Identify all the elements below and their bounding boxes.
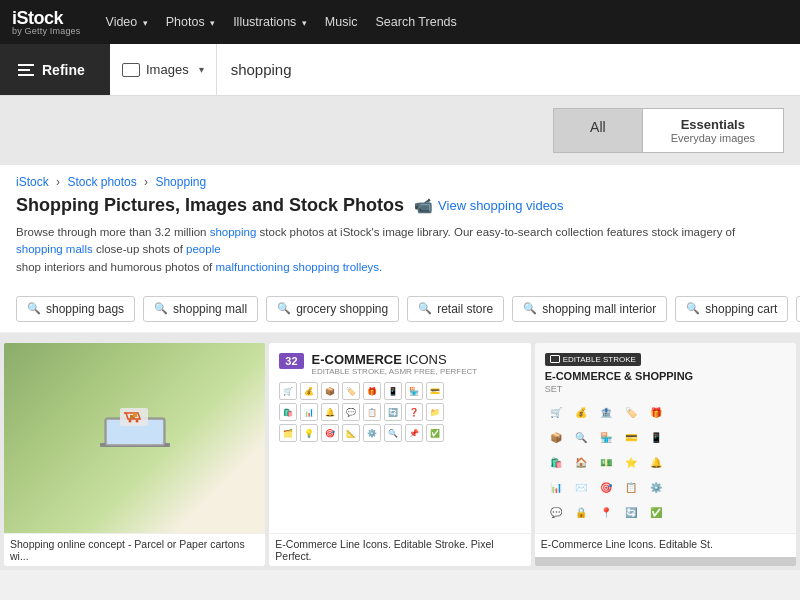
icon-cell: 💡 xyxy=(300,424,318,442)
icon-cell: 📊 xyxy=(300,403,318,421)
grid-item-ecom1[interactable]: 32 E-COMMERCE ICONS EDITABLE STROKE, ASM… xyxy=(269,343,530,566)
icon-cell: 🏠 xyxy=(570,452,592,474)
nav-illustrations[interactable]: Illustrations ▾ xyxy=(226,11,314,33)
filter-tabs: All Essentials Everyday images xyxy=(0,96,800,165)
cart-image xyxy=(4,343,265,533)
icon-cell: 🔄 xyxy=(620,502,642,524)
icon-cell: 🏦 xyxy=(595,402,617,424)
tag-shopping-bags[interactable]: 🔍 shopping bags xyxy=(16,296,135,322)
icon-cell: 🛍️ xyxy=(545,452,567,474)
logo-text: iStock xyxy=(12,9,81,27)
link-trolleys[interactable]: malfunctioning shopping trolleys. xyxy=(215,261,382,273)
search-tags: 🔍 shopping bags 🔍 shopping mall 🔍 grocer… xyxy=(0,290,800,333)
grid-item-cart[interactable]: Shopping online concept - Parcel or Pape… xyxy=(4,343,265,566)
tag-shopping-cart[interactable]: 🔍 shopping cart xyxy=(675,296,788,322)
editable-badge: EDITABLE STROKE xyxy=(545,353,641,366)
tag-label: grocery shopping xyxy=(296,302,388,316)
tag-grocery-shopping[interactable]: 🔍 grocery shopping xyxy=(266,296,399,322)
description-text: Browse through more than 3.2 million sho… xyxy=(16,224,784,284)
search-icon: 🔍 xyxy=(686,302,700,315)
top-navigation: iStock by Getty Images Video ▾ Photos ▾ … xyxy=(0,0,800,44)
video-camera-icon: 📹 xyxy=(414,197,433,215)
ecom2-icons-grid: 🛒 💰 🏦 🏷️ 🎁 📦 🔍 🏪 💳 📱 🛍️ 🏠 💵 ⭐ 🔔 📊 ✉️ 🎯 � xyxy=(545,402,667,524)
icon-cell: 📱 xyxy=(384,382,402,400)
search-icon: 🔍 xyxy=(418,302,432,315)
grid-item-caption: Shopping online concept - Parcel or Pape… xyxy=(4,533,265,566)
nav-search-trends[interactable]: Search Trends xyxy=(369,11,464,33)
tab-all[interactable]: All xyxy=(553,108,643,153)
tag-shopping-mall[interactable]: 🔍 shopping mall xyxy=(143,296,258,322)
view-videos-label: View shopping videos xyxy=(438,198,564,213)
tag-label: shopping mall interior xyxy=(542,302,656,316)
ecom2-image: EDITABLE STROKE E-COMMERCE & SHOPPING SE… xyxy=(535,343,796,533)
icon-cell: 🔔 xyxy=(645,452,667,474)
ecom-title: E-COMMERCE ICONS xyxy=(312,353,478,367)
icon-cell: 💳 xyxy=(426,382,444,400)
tab-essentials[interactable]: Essentials Everyday images xyxy=(643,108,784,153)
view-videos-link[interactable]: 📹 View shopping videos xyxy=(414,197,564,215)
grid-item-caption: E-Commerce Line Icons. Editable St. xyxy=(535,533,796,557)
refine-button[interactable]: Refine xyxy=(0,44,110,95)
tag-shopping-mall-interior[interactable]: 🔍 shopping mall interior xyxy=(512,296,667,322)
page-title: Shopping Pictures, Images and Stock Phot… xyxy=(16,195,404,216)
icon-cell: 📁 xyxy=(426,403,444,421)
search-type-label: Images xyxy=(146,62,189,77)
svg-rect-8 xyxy=(133,413,137,417)
grid-item-caption: E-Commerce Line Icons. Editable Stroke. … xyxy=(269,533,530,566)
breadcrumb-stock-photos[interactable]: Stock photos xyxy=(67,175,136,189)
ecom-icons-grid: 🛒 💰 📦 🏷️ 🎁 📱 🏪 💳 🛍️ 📊 🔔 💬 📋 🔄 ❓ 📁 🗂️ 💡 xyxy=(279,382,444,442)
icon-cell: 🛍️ xyxy=(279,403,297,421)
essentials-sub: Everyday images xyxy=(671,132,755,144)
icon-cell: 💰 xyxy=(300,382,318,400)
link-shopping-malls[interactable]: shopping malls xyxy=(16,243,93,255)
grid-item-ecom2[interactable]: EDITABLE STROKE E-COMMERCE & SHOPPING SE… xyxy=(535,343,796,566)
nav-music[interactable]: Music xyxy=(318,11,365,33)
icon-cell: ✅ xyxy=(645,502,667,524)
icon-cell: 💳 xyxy=(620,427,642,449)
icon-cell: 🔒 xyxy=(570,502,592,524)
icon-cell: 📊 xyxy=(545,477,567,499)
tag-label: retail store xyxy=(437,302,493,316)
image-grid: Shopping online concept - Parcel or Pape… xyxy=(0,333,800,570)
logo[interactable]: iStock by Getty Images xyxy=(12,9,81,36)
tag-more[interactable]: 🔍 sho... xyxy=(796,296,800,322)
icon-cell: 💬 xyxy=(342,403,360,421)
search-icon: 🔍 xyxy=(277,302,291,315)
nav-video[interactable]: Video ▾ xyxy=(99,11,155,33)
search-type-select[interactable]: Images ▾ xyxy=(110,44,217,95)
cart-svg xyxy=(90,403,180,473)
link-people[interactable]: people xyxy=(186,243,221,255)
icon-cell: ❓ xyxy=(405,403,423,421)
icon-cell: 🛒 xyxy=(279,382,297,400)
link-shopping[interactable]: shopping xyxy=(210,226,257,238)
icon-cell: 🏪 xyxy=(595,427,617,449)
tag-retail-store[interactable]: 🔍 retail store xyxy=(407,296,504,322)
nav-links: Video ▾ Photos ▾ Illustrations ▾ Music S… xyxy=(99,11,464,33)
icon-cell: 📦 xyxy=(321,382,339,400)
icon-cell: 📌 xyxy=(405,424,423,442)
dropdown-chevron: ▾ xyxy=(199,64,204,75)
tag-label: shopping cart xyxy=(705,302,777,316)
breadcrumb-shopping[interactable]: Shopping xyxy=(155,175,206,189)
icon-cell: ⭐ xyxy=(620,452,642,474)
search-icon: 🔍 xyxy=(27,302,41,315)
search-icon: 🔍 xyxy=(523,302,537,315)
svg-point-5 xyxy=(128,419,131,422)
breadcrumb-istock[interactable]: iStock xyxy=(16,175,49,189)
icon-cell: 🎁 xyxy=(363,382,381,400)
nav-photos[interactable]: Photos ▾ xyxy=(159,11,222,33)
icon-cell: 📐 xyxy=(342,424,360,442)
icon-cell: 🏷️ xyxy=(342,382,360,400)
refine-label: Refine xyxy=(42,62,85,78)
icon-cell: 🔍 xyxy=(384,424,402,442)
icon-cell: 📋 xyxy=(620,477,642,499)
icon-cell: 💵 xyxy=(595,452,617,474)
icon-cell: 🎯 xyxy=(595,477,617,499)
icon-cell: ⚙️ xyxy=(363,424,381,442)
logo-subtext: by Getty Images xyxy=(12,27,81,36)
tag-label: shopping mall xyxy=(173,302,247,316)
icon-cell: 🏷️ xyxy=(620,402,642,424)
icon-cell: 🔍 xyxy=(570,427,592,449)
search-input[interactable] xyxy=(231,61,786,78)
icon-cell: ✅ xyxy=(426,424,444,442)
